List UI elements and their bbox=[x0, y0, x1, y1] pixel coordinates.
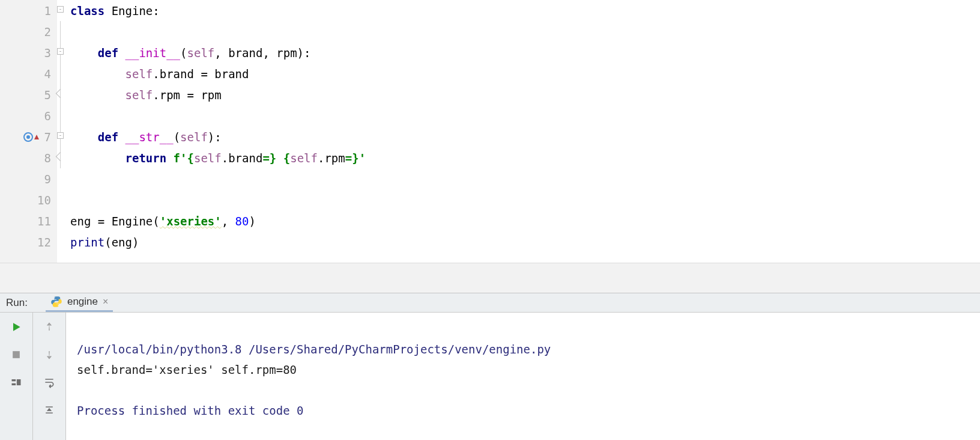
gutter-row[interactable]: 9 bbox=[0, 168, 57, 189]
gutter-row[interactable]: 1 bbox=[0, 0, 57, 21]
self-ref: self bbox=[126, 67, 153, 81]
python-file-icon bbox=[50, 296, 62, 308]
svg-point-1 bbox=[58, 305, 59, 306]
run-tab[interactable]: engine × bbox=[46, 293, 113, 312]
editor-bottom-divider bbox=[0, 263, 980, 293]
keyword-return: return bbox=[126, 151, 167, 165]
code-line[interactable] bbox=[68, 168, 980, 189]
code-line[interactable]: def __str__(self): bbox=[68, 126, 980, 147]
console-output[interactable]: /usr/local/bin/python3.8 /Users/Shared/P… bbox=[66, 313, 980, 440]
line-number: 6 bbox=[33, 109, 51, 123]
gutter-row[interactable]: 3 bbox=[0, 42, 57, 63]
var-rpm: rpm bbox=[201, 88, 221, 102]
punct-lparen: ( bbox=[153, 215, 159, 228]
str-quote: ' bbox=[180, 151, 187, 165]
self-ref: self bbox=[290, 151, 318, 165]
svg-rect-5 bbox=[17, 379, 21, 385]
fstr-brace: { bbox=[283, 151, 290, 165]
var-eng: eng bbox=[70, 215, 91, 228]
code-line[interactable]: eng = Engine('xseries', 80) bbox=[68, 210, 980, 231]
punct-comma: , bbox=[222, 215, 235, 228]
code-line[interactable]: class Engine: bbox=[68, 0, 980, 21]
run-toolbar-left bbox=[0, 313, 33, 440]
attr-brand: brand bbox=[160, 67, 194, 81]
close-icon[interactable]: × bbox=[103, 296, 108, 307]
code-line[interactable]: print(eng) bbox=[68, 231, 980, 252]
punct-comma: , bbox=[262, 46, 276, 60]
console-exit-line: Process finished with exit code 0 bbox=[77, 404, 304, 417]
override-gutter-icon[interactable] bbox=[23, 132, 33, 142]
svg-point-0 bbox=[54, 298, 55, 299]
code-pane[interactable]: class Engine: def __init__(self, brand, … bbox=[68, 0, 980, 263]
keyword-def: def bbox=[98, 46, 118, 60]
self-ref: self bbox=[194, 151, 222, 165]
code-line[interactable]: def __init__(self, brand, rpm): bbox=[68, 42, 980, 63]
dunder-init: __init__ bbox=[126, 46, 181, 60]
run-header: Run: engine × bbox=[0, 293, 980, 313]
class-name: Engine bbox=[104, 4, 153, 17]
code-line[interactable]: return f'{self.brand=} {self.rpm=}' bbox=[68, 147, 980, 168]
op-assign: = bbox=[180, 88, 201, 102]
gutter-row[interactable]: 8 bbox=[0, 147, 57, 168]
code-line[interactable]: self.brand = brand bbox=[68, 63, 980, 84]
dunder-str: __str__ bbox=[126, 130, 174, 144]
gutter-row[interactable]: 5 bbox=[0, 84, 57, 105]
self-param: self bbox=[187, 46, 215, 60]
fold-start-icon[interactable]: - bbox=[57, 132, 64, 139]
num-80: 80 bbox=[235, 215, 249, 228]
fstr-brace: { bbox=[187, 151, 194, 165]
gutter-row[interactable]: 12 bbox=[0, 231, 57, 252]
param-rpm: rpm bbox=[276, 46, 297, 60]
gutter-row[interactable]: 6 bbox=[0, 105, 57, 126]
line-number: 2 bbox=[33, 25, 51, 38]
fstr-brace: } bbox=[270, 151, 276, 165]
scroll-up-button[interactable] bbox=[41, 319, 58, 335]
svg-rect-4 bbox=[12, 383, 16, 385]
op-assign: = bbox=[91, 215, 111, 228]
console-cmd-line: /usr/local/bin/python3.8 /Users/Shared/P… bbox=[77, 343, 551, 356]
var-eng: eng bbox=[112, 236, 132, 249]
stop-button[interactable] bbox=[8, 346, 25, 363]
punct-lparen: ( bbox=[180, 46, 187, 60]
gutter-row[interactable]: 2 bbox=[0, 21, 57, 42]
punct-lparen: ( bbox=[174, 130, 180, 144]
gutter-row[interactable]: 11 bbox=[0, 210, 57, 231]
line-number: 8 bbox=[33, 151, 51, 165]
fold-end-icon[interactable] bbox=[56, 89, 65, 99]
attr-rpm: rpm bbox=[324, 151, 345, 165]
line-number: 10 bbox=[33, 194, 51, 207]
fold-start-icon[interactable]: - bbox=[57, 48, 64, 55]
line-number: 1 bbox=[33, 4, 51, 17]
gutter-row[interactable]: 7 bbox=[0, 126, 57, 147]
fstr-brace: } bbox=[352, 151, 358, 165]
code-line[interactable] bbox=[68, 189, 980, 210]
scroll-down-button[interactable] bbox=[41, 346, 58, 363]
code-line[interactable] bbox=[68, 21, 980, 42]
punct-colon: : bbox=[153, 4, 159, 17]
soft-wrap-button[interactable] bbox=[41, 374, 58, 391]
gutter-row[interactable]: 4 bbox=[0, 63, 57, 84]
str-space bbox=[276, 151, 283, 165]
param-brand: brand bbox=[228, 46, 262, 60]
self-param: self bbox=[180, 130, 208, 144]
op-assign: = bbox=[194, 67, 214, 81]
layout-button[interactable] bbox=[8, 374, 25, 391]
fstr-eq: = bbox=[345, 151, 352, 165]
punct-rparen: ) bbox=[132, 236, 139, 249]
rerun-button[interactable] bbox=[8, 319, 25, 335]
run-tab-name: engine bbox=[67, 296, 98, 308]
run-panel: Run: engine × /usr/local/bin/pyt bbox=[0, 293, 980, 440]
run-body: /usr/local/bin/python3.8 /Users/Shared/P… bbox=[0, 313, 980, 440]
code-line[interactable]: self.rpm = rpm bbox=[68, 84, 980, 105]
gutter-row[interactable]: 10 bbox=[0, 189, 57, 210]
scroll-to-end-button[interactable] bbox=[41, 402, 58, 418]
fold-end-icon[interactable] bbox=[56, 152, 65, 162]
punct-colon: : bbox=[304, 46, 310, 60]
fold-start-icon[interactable]: - bbox=[57, 6, 64, 13]
punct-dot: . bbox=[153, 67, 159, 81]
line-gutter: 1 2 3 4 5 6 7 8 9 10 11 12 bbox=[0, 0, 57, 263]
code-line[interactable] bbox=[68, 105, 980, 126]
attr-brand: brand bbox=[228, 151, 262, 165]
punct-lparen: ( bbox=[104, 236, 111, 249]
punct-dot: . bbox=[318, 151, 324, 165]
